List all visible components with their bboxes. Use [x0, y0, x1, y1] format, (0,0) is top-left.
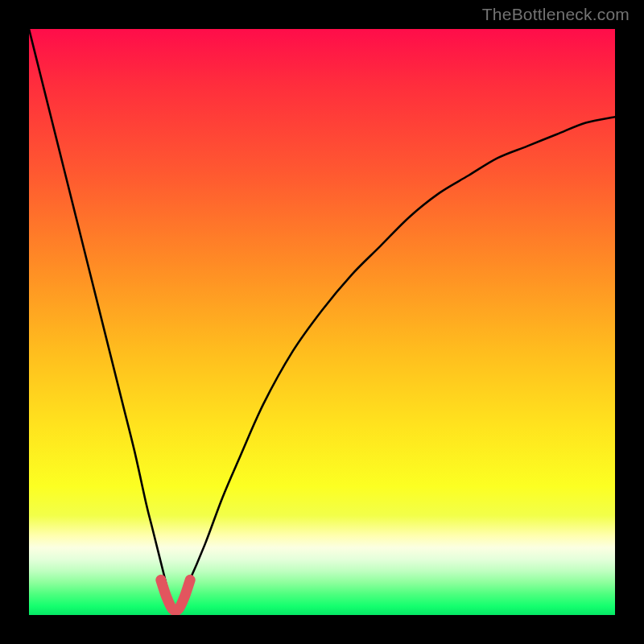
chart-background-gradient [29, 29, 615, 615]
chart-frame [29, 29, 615, 615]
watermark-text: TheBottleneck.com [482, 5, 630, 24]
bottleneck-chart [29, 29, 615, 615]
